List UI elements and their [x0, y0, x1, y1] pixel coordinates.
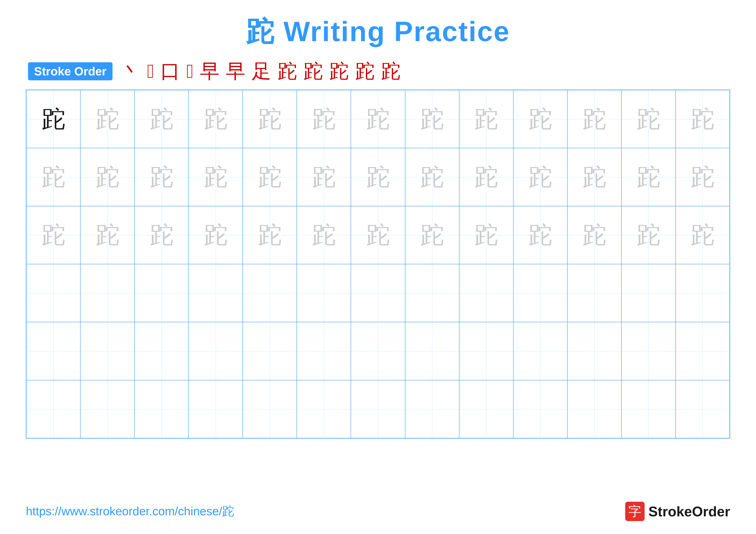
grid-cell-r6c10[interactable]: [513, 380, 567, 438]
grid-cell-r1c3[interactable]: 跎: [134, 90, 189, 148]
grid-cell-r2c9[interactable]: 跎: [459, 148, 513, 206]
grid-cell-r4c11[interactable]: [567, 264, 622, 322]
grid-cell-r1c6[interactable]: 跎: [297, 90, 351, 148]
grid-cell-r4c10[interactable]: [513, 264, 567, 322]
grid-cell-r5c11[interactable]: [567, 322, 622, 380]
grid-cell-r2c8[interactable]: 跎: [405, 148, 459, 206]
footer-url-link[interactable]: https://www.strokeorder.com/chinese/跎: [26, 503, 234, 519]
grid-cell-r1c2[interactable]: 跎: [80, 90, 134, 148]
grid-cell-r2c2[interactable]: 跎: [80, 148, 134, 206]
grid-cell-r3c6[interactable]: 跎: [297, 206, 351, 264]
grid-cell-r4c2[interactable]: [80, 264, 134, 322]
grid-cell-r3c11[interactable]: 跎: [567, 206, 622, 264]
char-r1c4: 跎: [204, 107, 228, 131]
grid-cell-r5c7[interactable]: [351, 322, 405, 380]
char-r2c7: 跎: [366, 165, 390, 189]
grid-cell-r6c7[interactable]: [351, 380, 405, 438]
grid-cell-r2c11[interactable]: 跎: [567, 148, 622, 206]
grid-cell-r1c13[interactable]: 跎: [676, 90, 730, 148]
grid-cell-r4c13[interactable]: [676, 264, 730, 322]
grid-cell-r3c13[interactable]: 跎: [676, 206, 730, 264]
grid-cell-r4c8[interactable]: [405, 264, 459, 322]
grid-cell-r5c12[interactable]: [622, 322, 676, 380]
grid-cell-r1c5[interactable]: 跎: [243, 90, 297, 148]
grid-cell-r6c2[interactable]: [80, 380, 134, 438]
char-r2c13: 跎: [691, 165, 715, 189]
grid-cell-r1c1[interactable]: 跎: [26, 90, 80, 148]
grid-cell-r2c3[interactable]: 跎: [134, 148, 189, 206]
grid-cell-r2c5[interactable]: 跎: [243, 148, 297, 206]
grid-cell-r2c12[interactable]: 跎: [622, 148, 676, 206]
grid-cell-r3c7[interactable]: 跎: [351, 206, 405, 264]
grid-cell-r6c11[interactable]: [567, 380, 622, 438]
grid-cell-r4c5[interactable]: [243, 264, 297, 322]
stroke-step-7: 足: [252, 62, 271, 81]
grid-cell-r4c9[interactable]: [459, 264, 513, 322]
grid-cell-r5c2[interactable]: [80, 322, 134, 380]
stroke-order-row: Stroke Order 丶 𠃌 口 𠃍 早 早 足 跎 跎 跎 跎 跎: [26, 62, 730, 81]
grid-cell-r6c5[interactable]: [243, 380, 297, 438]
grid-cell-r2c13[interactable]: 跎: [676, 148, 730, 206]
grid-cell-r1c11[interactable]: 跎: [567, 90, 622, 148]
char-r1c11: 跎: [582, 107, 606, 131]
grid-cell-r2c4[interactable]: 跎: [189, 148, 243, 206]
char-r2c4: 跎: [204, 165, 228, 189]
grid-cell-r5c9[interactable]: [459, 322, 513, 380]
grid-cell-r5c5[interactable]: [243, 322, 297, 380]
grid-cell-r3c4[interactable]: 跎: [189, 206, 243, 264]
grid-cell-r5c6[interactable]: [297, 322, 351, 380]
grid-cell-r1c9[interactable]: 跎: [459, 90, 513, 148]
char-r3c3: 跎: [150, 223, 174, 247]
char-r2c3: 跎: [150, 165, 174, 189]
grid-cell-r3c2[interactable]: 跎: [80, 206, 134, 264]
grid-cell-r3c8[interactable]: 跎: [405, 206, 459, 264]
char-r1c6: 跎: [312, 107, 336, 131]
grid-cell-r3c5[interactable]: 跎: [243, 206, 297, 264]
grid-cell-r3c3[interactable]: 跎: [134, 206, 189, 264]
grid-cell-r5c4[interactable]: [189, 322, 243, 380]
grid-cell-r4c6[interactable]: [297, 264, 351, 322]
stroke-step-2: 𠃌: [147, 62, 154, 81]
grid-cell-r4c3[interactable]: [134, 264, 189, 322]
grid-cell-r3c9[interactable]: 跎: [459, 206, 513, 264]
grid-cell-r3c1[interactable]: 跎: [26, 206, 80, 264]
grid-cell-r3c12[interactable]: 跎: [622, 206, 676, 264]
grid-cell-r4c12[interactable]: [622, 264, 676, 322]
grid-cell-r6c12[interactable]: [622, 380, 676, 438]
grid-cell-r2c1[interactable]: 跎: [26, 148, 80, 206]
grid-cell-r1c12[interactable]: 跎: [622, 90, 676, 148]
grid-cell-r6c9[interactable]: [459, 380, 513, 438]
grid-cell-r5c3[interactable]: [134, 322, 189, 380]
grid-cell-r6c4[interactable]: [189, 380, 243, 438]
char-r1c2: 跎: [96, 107, 120, 131]
grid-cell-r6c6[interactable]: [297, 380, 351, 438]
grid-cell-r6c8[interactable]: [405, 380, 459, 438]
grid-cell-r5c13[interactable]: [676, 322, 730, 380]
grid-cell-r5c1[interactable]: [26, 322, 80, 380]
grid-cell-r4c4[interactable]: [189, 264, 243, 322]
grid-cell-r6c13[interactable]: [676, 380, 730, 438]
grid-cell-r2c10[interactable]: 跎: [513, 148, 567, 206]
char-r1c9: 跎: [474, 107, 498, 131]
grid-cell-r6c3[interactable]: [134, 380, 189, 438]
char-r1c8: 跎: [420, 107, 444, 131]
char-r1c3: 跎: [150, 107, 174, 131]
grid-cell-r4c7[interactable]: [351, 264, 405, 322]
grid-cell-r1c8[interactable]: 跎: [405, 90, 459, 148]
grid-cell-r6c1[interactable]: [26, 380, 80, 438]
char-r3c13: 跎: [691, 223, 715, 247]
grid-cell-r5c8[interactable]: [405, 322, 459, 380]
grid-cell-r2c7[interactable]: 跎: [351, 148, 405, 206]
grid-cell-r4c1[interactable]: [26, 264, 80, 322]
char-r1c7: 跎: [366, 107, 390, 131]
grid-cell-r1c10[interactable]: 跎: [513, 90, 567, 148]
char-r2c2: 跎: [96, 165, 120, 189]
stroke-step-3: 口: [161, 62, 180, 81]
grid-cell-r2c6[interactable]: 跎: [297, 148, 351, 206]
grid-cell-r1c7[interactable]: 跎: [351, 90, 405, 148]
grid-cell-r5c10[interactable]: [513, 322, 567, 380]
char-r2c9: 跎: [474, 165, 498, 189]
grid-cell-r3c10[interactable]: 跎: [513, 206, 567, 264]
page: 跎 Writing Practice Stroke Order 丶 𠃌 口 𠃍 …: [0, 0, 756, 534]
grid-cell-r1c4[interactable]: 跎: [189, 90, 243, 148]
